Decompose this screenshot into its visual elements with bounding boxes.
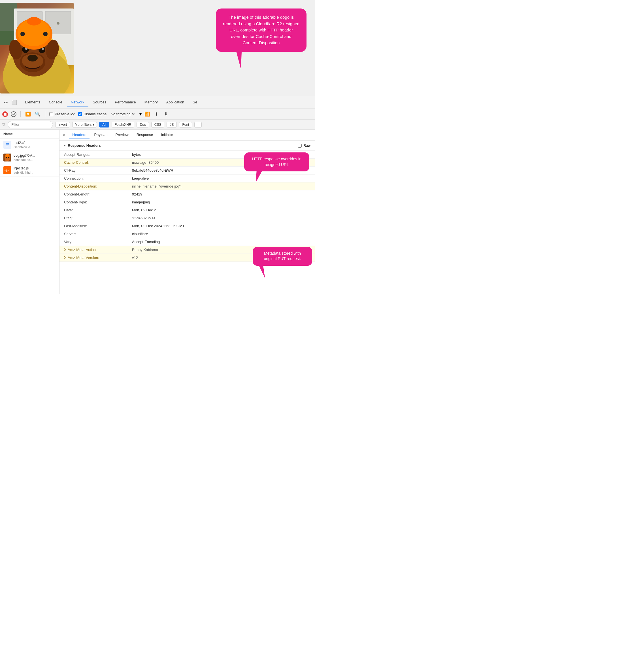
section-toggle-arrow[interactable]: ▾ [64,144,66,147]
tab-memory[interactable]: Memory [141,98,162,107]
filter-tag-all[interactable]: All [99,122,109,127]
file-item-test2cfm[interactable]: test2.cfm /scribble/clo... [0,139,59,151]
file-sub-test2cfm: /scribble/clo... [14,145,32,149]
req-tab-response[interactable]: Response [133,131,156,139]
invert-button[interactable]: Invert [55,122,70,127]
svg-point-12 [27,55,38,62]
preserve-log-text: Preserve log [55,112,75,116]
filter-input[interactable] [8,121,53,128]
tab-se[interactable]: Se [189,98,201,107]
filter-funnel-icon: ▽ [2,122,5,127]
response-headers-section: ▾ Response Headers Raw [59,141,315,151]
dog-image-section: The image of this adorable dogo is rende… [0,0,315,96]
devtools-tabs-bar: ⊹ ⬜ Elements Console Network Sources Per… [0,96,315,109]
preserve-log-checkbox[interactable] [49,112,53,116]
header-row-date: Date: Mon, 02 Dec 2... [59,206,315,214]
header-value-date: Mon, 02 Dec 2... [127,206,315,214]
more-filters-chevron-icon: ▾ [93,123,94,127]
device-icon[interactable]: ⬜ [11,99,18,106]
record-stop-button[interactable]: ⏹ [2,111,8,117]
tab-console[interactable]: Console [45,98,66,107]
preserve-log-label[interactable]: Preserve log [49,112,75,116]
header-name-content-length: Content-Length: [59,190,127,198]
header-row-content-type: Content-Type: image/jpeg [59,198,315,206]
file-info-dog: dog.jpg?X-A... bennadel-te... [14,153,35,162]
svg-point-20 [20,32,25,36]
disable-cache-label[interactable]: Disable cache [78,112,107,116]
files-panel: Name test2.cfm /scribble/clo... [0,130,59,294]
file-sub-injected: aeblfdkhhhd... [14,171,33,174]
filter-tag-js[interactable]: JS [167,122,177,127]
filter-tag-css[interactable]: CSS [151,122,165,127]
tab-application[interactable]: Application [162,98,188,107]
disable-cache-text: Disable cache [83,112,107,116]
file-item-dog[interactable]: dog.jpg?X-A... bennadel-te... [0,151,59,164]
overrides-callout-text: HTTP response overrides in resigned URL [252,157,301,167]
header-value-server: cloudflare [127,230,315,238]
filter-tag-fetch-xhr[interactable]: Fetch/XHR [112,122,135,127]
tab-elements[interactable]: Elements [21,98,44,107]
header-row-etag: Etag: "32f46323b09... [59,214,315,222]
header-name-vary: Vary: [59,238,127,246]
header-row-last-modified: Last-Modified: Mon, 02 Dec 2024 11:3...5… [59,222,315,230]
file-info-injected: injected.js aeblfdkhhhd... [14,166,33,174]
upload-icon[interactable]: ⬆ [153,111,160,118]
header-name-cache-control: Cache-Control: [59,159,127,167]
disable-cache-checkbox[interactable] [78,112,82,116]
req-tab-payload[interactable]: Payload [91,131,111,139]
header-row-vary: Vary: Accept-Encoding [59,238,315,246]
filter-tag-i[interactable]: I [194,122,201,127]
file-icon-js: </> [3,166,11,174]
req-tab-preview[interactable]: Preview [112,131,132,139]
tab-sources[interactable]: Sources [89,98,111,107]
chevron-down-icon[interactable]: ▾ [139,111,142,117]
raw-label: Raw [304,144,311,148]
filter-icon[interactable]: 🔽 [25,111,31,118]
dog-photo [0,3,74,94]
files-header: Name [0,130,59,139]
raw-checkbox[interactable] [298,144,302,148]
file-name-injected: injected.js [14,166,33,171]
header-name-x-amz-meta-version: X-Amz-Meta-Version: [59,254,127,262]
file-item-injected[interactable]: </> injected.js aeblfdkhhhd... [0,164,59,177]
cursor-icon[interactable]: ⊹ [2,99,9,106]
close-detail-button[interactable]: × [63,133,66,138]
header-value-last-modified: Mon, 02 Dec 2024 11:3...5 GMT [127,222,315,230]
wifi-icon: 📶 [144,111,150,117]
search-icon[interactable]: 🔍 [34,111,41,118]
dog-callout-text: The image of this adorable dogo is rende… [223,15,299,45]
header-row-content-length: Content-Length: 92429 [59,190,315,198]
clear-button[interactable]: ⊘ [11,111,17,117]
download-icon[interactable]: ⬇ [163,111,169,118]
request-tabs: × Headers Payload Preview Response Initi… [59,130,315,141]
file-icon-doc [3,141,11,149]
header-name-content-type: Content-Type: [59,198,127,206]
metadata-callout-text: Metadata stored with original PUT reques… [264,251,301,261]
header-value-content-length: 92429 [127,190,315,198]
svg-point-31 [6,157,7,158]
tab-performance[interactable]: Performance [111,98,140,107]
filter-tag-doc[interactable]: Doc [137,122,149,127]
file-sub-dog: bennadel-te... [14,158,35,162]
svg-point-32 [8,157,9,158]
svg-text:</>: </> [4,169,9,172]
tab-network[interactable]: Network [67,98,88,107]
file-icon-img [3,153,11,162]
filter-tag-font[interactable]: Font [179,122,192,127]
req-tab-headers[interactable]: Headers [69,131,90,139]
header-name-last-modified: Last-Modified: [59,222,127,230]
response-headers-label: Response Headers [68,143,101,148]
header-name-date: Date: [59,206,127,214]
header-row-connection: Connection: keep-alive [59,174,315,183]
detail-panel: × Headers Payload Preview Response Initi… [59,130,315,294]
metadata-callout: Metadata stored with original PUT reques… [253,247,312,266]
header-name-content-disposition: Content-Disposition: [59,183,127,190]
file-name-test2cfm: test2.cfm [14,141,32,145]
header-value-connection: keep-alive [127,174,315,183]
throttle-select[interactable]: No throttling [110,112,136,116]
req-tab-initiator[interactable]: Initiator [158,131,176,139]
more-filters-button[interactable]: More filters ▾ [72,122,97,127]
header-value-content-type: image/jpeg [127,198,315,206]
svg-point-19 [27,17,41,25]
devtools-toolbar2: ⏹ ⊘ 🔽 🔍 Preserve log Disable cache No th… [0,109,315,120]
